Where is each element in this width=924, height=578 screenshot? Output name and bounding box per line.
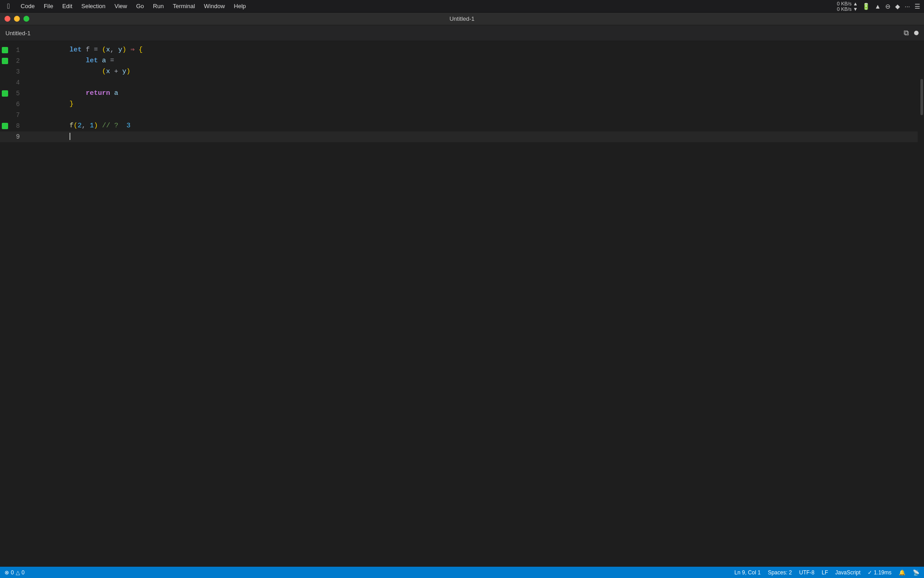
encoding-info[interactable]: UTF-8 bbox=[799, 569, 814, 576]
menu-terminal[interactable]: Terminal bbox=[169, 2, 199, 10]
more-icon: ··· bbox=[905, 3, 910, 10]
error-icon: ⊗ bbox=[5, 569, 9, 576]
menu-go[interactable]: Go bbox=[133, 2, 148, 10]
broadcast-icon[interactable]: 📡 bbox=[913, 569, 919, 576]
spaces-info[interactable]: Spaces: 2 bbox=[768, 569, 792, 576]
tab-actions: ⧉ bbox=[904, 29, 919, 37]
network-stats: 0 KB/s ▲ 0 KB/s ▼ bbox=[837, 1, 858, 12]
line-number-8: 8 bbox=[12, 121, 29, 131]
breakpoint-8[interactable] bbox=[2, 123, 8, 129]
line-number-5: 5 bbox=[12, 88, 29, 99]
eol-info[interactable]: LF bbox=[822, 569, 828, 576]
editor-container: 1 let f = (x, y) ⇒ { 2 let a = 3 bbox=[0, 41, 924, 567]
line-8-indicator bbox=[0, 123, 10, 129]
editor-scrollbar[interactable] bbox=[918, 41, 924, 567]
line-2-indicator bbox=[0, 58, 10, 64]
line-1-indicator bbox=[0, 47, 10, 53]
title-bar: Untitled-1 bbox=[0, 13, 924, 25]
menu-run[interactable]: Run bbox=[149, 2, 167, 10]
window-title: Untitled-1 bbox=[449, 15, 475, 22]
menu-help[interactable]: Help bbox=[230, 2, 249, 10]
timing-info[interactable]: ✓ 1.19ms bbox=[868, 569, 892, 576]
code-line-3: 3 (x + y) bbox=[0, 66, 918, 77]
status-bar-right: Ln 9, Col 1 Spaces: 2 UTF-8 LF JavaScrip… bbox=[735, 569, 919, 576]
line-number-4: 4 bbox=[12, 77, 29, 88]
menu-edit[interactable]: Edit bbox=[59, 2, 76, 10]
breakpoint-5[interactable] bbox=[2, 90, 8, 97]
editor-area[interactable]: 1 let f = (x, y) ⇒ { 2 let a = 3 bbox=[0, 41, 918, 567]
warning-icon: △ bbox=[16, 569, 20, 576]
menu-view[interactable]: View bbox=[111, 2, 131, 10]
menu-file[interactable]: File bbox=[40, 2, 57, 10]
scrollbar-thumb[interactable] bbox=[920, 79, 923, 115]
menu-selection[interactable]: Selection bbox=[78, 2, 109, 10]
breakpoint-1[interactable] bbox=[2, 47, 8, 53]
menu-window[interactable]: Window bbox=[200, 2, 228, 10]
status-bar-left: ⊗ 0 △ 0 bbox=[5, 569, 24, 576]
traffic-lights bbox=[5, 16, 29, 22]
line-number-6: 6 bbox=[12, 99, 29, 110]
error-count: 0 bbox=[11, 569, 14, 576]
wifi-icon: ▲ bbox=[874, 3, 881, 10]
line-9-code[interactable] bbox=[29, 121, 918, 153]
line-5-indicator bbox=[0, 90, 10, 97]
minimize-button[interactable] bbox=[14, 16, 20, 22]
notification-icon[interactable]: 🔔 bbox=[899, 569, 906, 576]
line-number-2: 2 bbox=[12, 56, 29, 66]
line-number-1: 1 bbox=[12, 45, 29, 56]
menu-bar:  Code File Edit Selection View Go Run T… bbox=[0, 0, 924, 13]
menu-bar-right: 0 KB/s ▲ 0 KB/s ▼ 🔋 ▲ ⊖ ◆ ··· ☰ bbox=[837, 1, 920, 12]
split-editor-icon[interactable]: ⧉ bbox=[904, 29, 909, 37]
menu-code[interactable]: Code bbox=[17, 2, 38, 10]
line-number-7: 7 bbox=[12, 110, 29, 121]
tab-title-bar: Untitled-1 ⧉ bbox=[0, 25, 924, 41]
line-number-9: 9 bbox=[12, 131, 29, 142]
do-not-disturb-icon: ⊖ bbox=[885, 3, 891, 10]
active-tab-title[interactable]: Untitled-1 bbox=[5, 30, 31, 37]
unsaved-indicator bbox=[914, 31, 919, 35]
code-line-9: 9 bbox=[0, 131, 918, 142]
close-button[interactable] bbox=[5, 16, 10, 22]
warning-count: 0 bbox=[22, 569, 25, 576]
language-info[interactable]: JavaScript bbox=[835, 569, 860, 576]
code-lines: 1 let f = (x, y) ⇒ { 2 let a = 3 bbox=[0, 41, 918, 146]
cursor-position[interactable]: Ln 9, Col 1 bbox=[735, 569, 761, 576]
apple-menu[interactable]:  bbox=[4, 1, 14, 11]
extension-icon: ◆ bbox=[895, 3, 900, 10]
battery-icon: 🔋 bbox=[862, 3, 870, 10]
errors-status[interactable]: ⊗ 0 △ 0 bbox=[5, 569, 24, 576]
status-bar: ⊗ 0 △ 0 Ln 9, Col 1 Spaces: 2 UTF-8 LF J… bbox=[0, 567, 924, 578]
breakpoint-2[interactable] bbox=[2, 58, 8, 64]
line-number-3: 3 bbox=[12, 66, 29, 77]
list-icon: ☰ bbox=[915, 3, 920, 10]
code-line-6: 6 } bbox=[0, 99, 918, 110]
maximize-button[interactable] bbox=[23, 16, 29, 22]
